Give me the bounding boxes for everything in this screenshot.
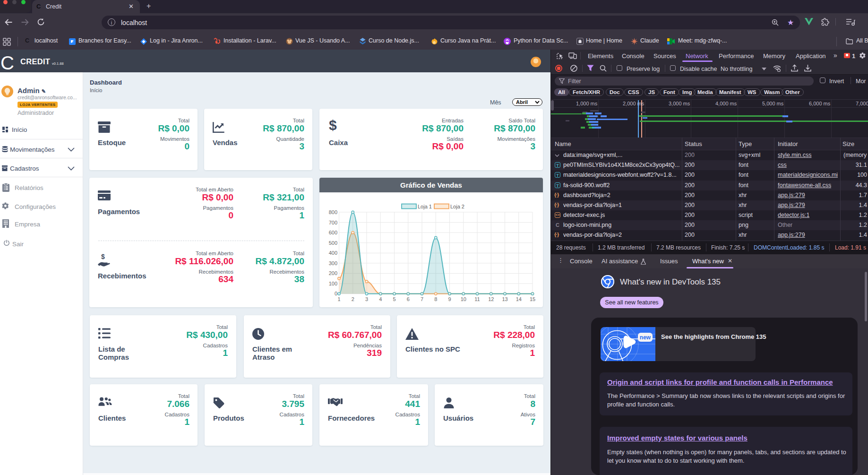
svg-text:200: 200: [329, 270, 337, 276]
svg-text:5: 5: [393, 296, 395, 302]
svg-text:14: 14: [516, 296, 522, 302]
svg-text:500: 500: [329, 240, 337, 246]
svg-text:Loja 2: Loja 2: [450, 204, 464, 209]
svg-text:13: 13: [502, 296, 507, 302]
svg-text:3: 3: [365, 296, 368, 302]
svg-text:6: 6: [407, 296, 410, 302]
svg-text:9: 9: [448, 296, 451, 302]
svg-text:8: 8: [434, 296, 437, 302]
svg-text:300: 300: [329, 260, 337, 266]
svg-text:100: 100: [329, 281, 337, 286]
svg-text:400: 400: [329, 250, 337, 256]
svg-text:1: 1: [337, 296, 340, 302]
svg-text:12: 12: [488, 296, 494, 302]
svg-text:10: 10: [461, 296, 466, 302]
svg-text:2: 2: [352, 296, 354, 302]
svg-text:4: 4: [379, 296, 382, 302]
svg-text:700: 700: [329, 220, 337, 225]
svg-text:0: 0: [335, 291, 337, 296]
svg-text:7: 7: [421, 296, 423, 302]
svg-text:$: $: [101, 253, 105, 260]
svg-text:15: 15: [530, 296, 535, 302]
svg-text:Loja 1: Loja 1: [418, 204, 432, 209]
svg-text:11: 11: [474, 296, 480, 302]
svg-text:600: 600: [329, 230, 337, 235]
svg-text:800: 800: [329, 209, 337, 215]
